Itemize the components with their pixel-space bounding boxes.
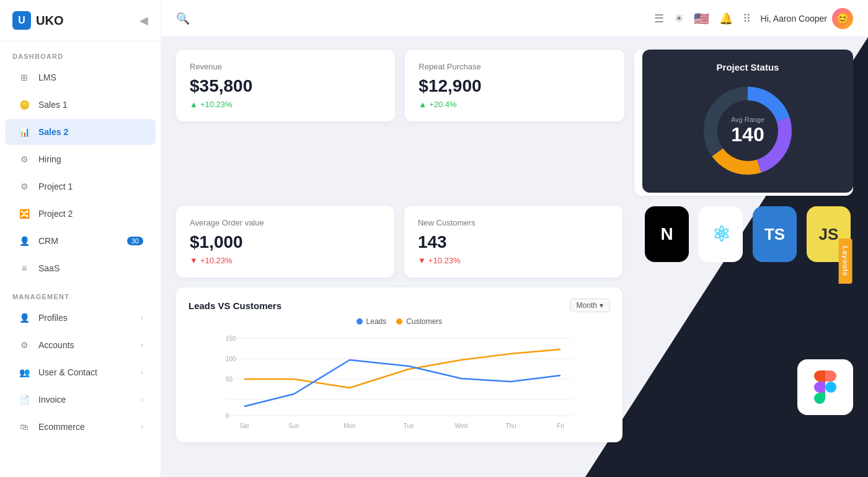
project-status-card: Project Status Avg Range 140 (642, 50, 853, 193)
repeat-purchase-label: Repeat Purchase (418, 62, 610, 71)
topbar: 🔍 ☰ ☀ 🇺🇸 🔔 ⠿ Hi, Aaron Cooper 😊 (161, 0, 868, 37)
chevron-right-icon: › (141, 422, 143, 431)
sidebar-item-label: Accounts (38, 340, 74, 350)
sidebar-item-sales2[interactable]: 📊 Sales 2 (5, 119, 156, 145)
layouts-tab[interactable]: Layouts (838, 239, 852, 284)
user-greeting: Hi, Aaron Cooper (761, 14, 827, 24)
new-customers-label: New Customers (418, 218, 609, 227)
search-box[interactable]: 🔍 (176, 12, 647, 25)
react-icon: ⚛ (699, 206, 743, 262)
leads-legend-label: Leads (366, 317, 387, 326)
down-arrow-icon: ▼ (418, 256, 426, 265)
revenue-value: $35,800 (190, 76, 381, 96)
people-icon: 👥 (17, 365, 31, 379)
sidebar-item-label: SaaS (38, 263, 60, 273)
customers-legend: Customers (396, 317, 442, 326)
sidebar-item-label: LMS (38, 72, 56, 82)
leads-month-button[interactable]: Month ▾ (570, 299, 610, 312)
collapse-button[interactable]: ◀ (140, 14, 148, 27)
leads-header: Leads VS Customers Month ▾ (188, 299, 610, 312)
svg-text:Fri: Fri (557, 422, 564, 429)
menu-icon[interactable]: ☰ (654, 12, 664, 25)
management-section-label: MANAGEMENT (0, 282, 161, 304)
nextjs-icon: N (645, 206, 689, 262)
search-icon: 🔍 (176, 12, 190, 25)
sidebar-item-label: Project 2 (38, 209, 73, 219)
flag-icon[interactable]: 🇺🇸 (694, 11, 709, 26)
dashboard-section-label: DASHBOARD (0, 42, 161, 64)
revenue-card: Revenue $35,800 ▲ +10.23% (176, 50, 395, 121)
sidebar-item-label: CRM (38, 236, 58, 246)
svg-text:Wed: Wed (455, 422, 467, 429)
month-label: Month (577, 301, 597, 310)
new-customers-change-value: +10.23% (428, 256, 461, 265)
svg-text:Mon: Mon (343, 422, 355, 429)
sidebar-item-invoice[interactable]: 📄 Invoice › (5, 387, 156, 413)
leads-dot (356, 318, 363, 325)
apps-icon[interactable]: ⠿ (743, 12, 751, 25)
sidebar-item-label: Sales 1 (38, 100, 68, 110)
person-icon: 👤 (17, 234, 31, 248)
coin-icon: 🪙 (17, 98, 31, 112)
avg-range-label: Avg Range (731, 116, 764, 123)
logo-brand: U UKO (12, 11, 63, 30)
svg-text:0: 0 (226, 413, 229, 419)
repeat-purchase-change-value: +20.4% (429, 100, 456, 109)
new-customers-value: 143 (418, 232, 609, 252)
svg-text:100: 100 (226, 356, 236, 362)
chevron-down-icon: ▾ (600, 301, 603, 310)
customers-legend-label: Customers (406, 317, 442, 326)
project-status-title: Project Status (717, 62, 779, 72)
person-outline-icon: 👤 (17, 311, 31, 325)
up-arrow-icon: ▲ (418, 100, 427, 109)
new-customers-card: New Customers 143 ▼ +10.23% (404, 206, 622, 278)
sidebar-item-lms[interactable]: ⊞ LMS (5, 64, 156, 90)
user-info: Hi, Aaron Cooper 😊 (761, 8, 853, 29)
leads-chart-card: Leads VS Customers Month ▾ Leads (176, 287, 622, 442)
sidebar-item-ecommerce[interactable]: 🛍 Ecommerce › (5, 414, 156, 440)
app-name: UKO (36, 14, 63, 28)
revenue-change: ▲ +10.23% (190, 100, 381, 109)
sun-icon[interactable]: ☀ (674, 12, 684, 25)
sidebar-item-profiles[interactable]: 👤 Profiles › (5, 305, 156, 331)
avg-order-value: $1,000 (190, 232, 381, 252)
donut-center: Avg Range 140 (731, 116, 764, 146)
avatar: 😊 (832, 8, 853, 29)
sidebar-item-hiring[interactable]: ⚙ Hiring (5, 146, 156, 172)
sidebar-item-sales1[interactable]: 🪙 Sales 1 (5, 92, 156, 118)
chevron-right-icon: › (141, 313, 143, 322)
chevron-right-icon: › (141, 341, 143, 349)
sidebar-item-project1[interactable]: ⚙ Project 1 (5, 173, 156, 199)
svg-text:Thu: Thu (505, 422, 516, 429)
svg-text:Sun: Sun (288, 422, 299, 429)
tech-icons-row: N ⚛ TS JS (642, 204, 853, 265)
up-arrow-icon: ▲ (190, 100, 198, 109)
repeat-purchase-change: ▲ +20.4% (418, 100, 610, 109)
avg-order-card: Average Order value $1,000 ▼ +10.23% (176, 206, 394, 278)
sidebar-item-project2[interactable]: 🔀 Project 2 (5, 201, 156, 227)
leads-title: Leads VS Customers (188, 300, 281, 311)
sidebar-item-user-contact[interactable]: 👥 User & Contact › (5, 359, 156, 385)
sidebar-item-saas[interactable]: ≡ SaaS (5, 255, 156, 281)
sidebar-item-label: Invoice (38, 395, 66, 405)
branch-icon: 🔀 (17, 207, 31, 221)
svg-text:50: 50 (226, 376, 233, 383)
sidebar: U UKO ◀ DASHBOARD ⊞ LMS 🪙 Sales 1 📊 Sale… (0, 0, 161, 477)
repeat-purchase-value: $12,900 (418, 76, 610, 96)
line-chart-svg: 150 100 50 0 Sat Sun Mon Tue Wed Thu Fri (188, 332, 610, 431)
chevron-right-icon: › (141, 395, 143, 404)
sidebar-item-label: Sales 2 (38, 127, 68, 137)
sidebar-item-crm[interactable]: 👤 CRM 30 (5, 228, 156, 254)
avg-order-change: ▼ +10.23% (190, 256, 381, 265)
document-icon: 📄 (17, 393, 31, 406)
avg-order-change-value: +10.23% (200, 256, 232, 265)
bell-icon[interactable]: 🔔 (719, 12, 733, 25)
svg-text:Tue: Tue (404, 422, 414, 429)
sidebar-item-label: User & Contact (38, 367, 97, 377)
crm-badge: 30 (127, 237, 143, 245)
leads-legend: Leads (356, 317, 387, 326)
accounts-icon: ⚙ (17, 338, 31, 352)
figma-icon (797, 359, 853, 415)
chart-icon: 📊 (17, 125, 31, 139)
sidebar-item-accounts[interactable]: ⚙ Accounts › (5, 332, 156, 358)
